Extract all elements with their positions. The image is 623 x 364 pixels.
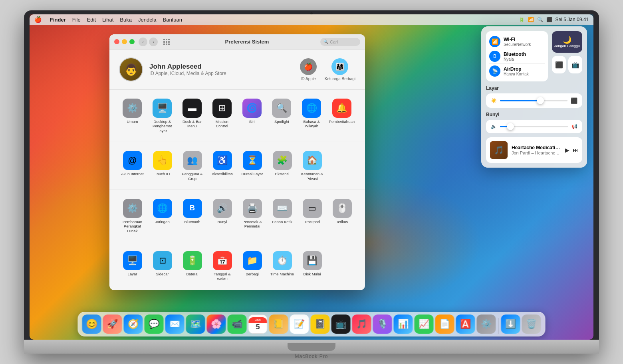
pref-battery[interactable]: 🔋 Baterai: [179, 249, 206, 283]
menu-jendela[interactable]: Jendela: [138, 17, 157, 23]
pref-display[interactable]: 🖥️ Layar: [119, 249, 146, 283]
dock-downloads[interactable]: ⬇️: [501, 315, 520, 334]
pref-spotlight[interactable]: 🔍 Spotlight: [268, 96, 295, 135]
menu-edit[interactable]: Edit: [87, 17, 96, 23]
pref-software-update[interactable]: ⚙️ Pembaruan Perangkat Lunak: [119, 196, 146, 235]
pref-network[interactable]: 🌐 Jaringan: [149, 196, 176, 235]
minimize-button[interactable]: [122, 39, 127, 44]
datetime: Sel 5 Jan 09.41: [556, 17, 589, 22]
volume-low-icon: 🔈: [491, 124, 497, 129]
prefs-grid-row-1: ⚙️ Umum 🖥️ Desktop & Penghemat Layar ▬: [119, 96, 355, 135]
wifi-tile[interactable]: 📶 Wi-Fi SecureNetwork: [489, 34, 545, 49]
pref-users[interactable]: 👥 Pengguna & Grup: [179, 148, 206, 183]
dock-photos[interactable]: 🌸: [207, 315, 226, 334]
bluetooth-tile[interactable]: B Bluetooth Nyala: [489, 49, 545, 63]
pref-sidecar[interactable]: ⊡ Sidecar: [149, 249, 176, 283]
dock-sysprefs[interactable]: ⚙️: [477, 315, 496, 334]
dock-reminders[interactable]: 📝: [290, 315, 309, 334]
dock-safari[interactable]: 🧭: [124, 315, 143, 334]
prefs-grid-row-4: 🖥️ Layar ⊡ Sidecar 🔋 Baterai: [119, 249, 355, 283]
dock-facetime[interactable]: 📹: [228, 315, 247, 334]
pref-dock[interactable]: ▬ Dock & Bar Menu: [179, 96, 206, 135]
menu-buka[interactable]: Buka: [120, 17, 132, 23]
prefs-grid-2: @ Akun Internet 👆 Touch ID 👥 Pengguna & …: [109, 142, 365, 190]
search-icon[interactable]: 🔍: [537, 17, 543, 22]
macbook-outer: 🍎 Finder File Edit Lihat Buka Jendela Ba…: [0, 0, 623, 364]
pref-language[interactable]: 🌐 Bahasa & Wilayah: [298, 96, 325, 135]
screen-mirror-tile[interactable]: ⬛: [552, 56, 566, 73]
pref-internet[interactable]: @ Akun Internet: [119, 148, 146, 183]
jangan-ganggu-tile[interactable]: 🌙 Jangan Ganggu: [552, 31, 582, 53]
app-name: Finder: [50, 17, 66, 23]
menu-bantuan[interactable]: Bantuan: [163, 17, 182, 23]
family-sharing-button[interactable]: 👨‍👩‍👧 Keluarga Berbagi: [325, 58, 355, 81]
dock-separator: [498, 318, 499, 334]
user-icons: 🍎 ID Apple 👨‍👩‍👧 Keluarga Berbagi: [300, 58, 355, 81]
maximize-button[interactable]: [129, 39, 135, 44]
pref-mouse[interactable]: 🖱️ Tetikus: [329, 196, 355, 235]
volume-speaker-icon: 📢: [571, 124, 577, 129]
airdrop-tile[interactable]: 📡 AirDrop Hanya Kontak: [489, 63, 545, 78]
dock-messages[interactable]: 💬: [145, 315, 164, 334]
skip-button[interactable]: ⏭: [573, 147, 578, 153]
pref-sound[interactable]: 🔊 Bunyi: [209, 196, 236, 235]
airdrop-icon: 📡: [489, 65, 500, 77]
pref-touchid[interactable]: 👆 Touch ID: [149, 148, 176, 183]
dock-launchpad[interactable]: 🚀: [103, 315, 122, 334]
pref-mission-control[interactable]: ⊞ Mission Control: [208, 96, 235, 135]
dock-trash[interactable]: 🗑️: [522, 315, 541, 334]
pref-time-machine[interactable]: ⏱️ Time Machine: [269, 249, 296, 283]
dock: 😊 🚀 🧭 💬 ✉️ 🗺️: [78, 312, 546, 336]
menu-lihat[interactable]: Lihat: [102, 17, 113, 23]
search-bar[interactable]: 🔍 Cari: [320, 38, 360, 46]
pref-keyboard[interactable]: ⌨️ Papan Ketik: [269, 196, 296, 235]
display-tile[interactable]: 📺: [568, 56, 582, 73]
menu-file[interactable]: File: [72, 17, 81, 23]
back-button[interactable]: ‹: [139, 38, 147, 46]
pref-trackpad[interactable]: ▭ Trackpad: [299, 196, 325, 235]
prefs-grid-3: ⚙️ Pembaruan Perangkat Lunak 🌐 Jaringan …: [109, 190, 365, 242]
close-button[interactable]: [114, 39, 119, 44]
dock-calendar[interactable]: JAN 5: [248, 315, 268, 334]
pref-desktop[interactable]: 🖥️ Desktop & Penghemat Layar: [149, 96, 176, 135]
pref-sharing[interactable]: 📁 Berbagi: [239, 249, 266, 283]
pref-datetime[interactable]: 📅 Tanggal & Waktu: [209, 249, 236, 283]
pref-siri[interactable]: 🌀 Siri: [238, 96, 265, 135]
apple-id-button[interactable]: 🍎 ID Apple: [300, 58, 317, 81]
pref-umum[interactable]: ⚙️ Umum: [119, 96, 146, 135]
dock-pages[interactable]: 📄: [435, 315, 454, 334]
dock-contacts[interactable]: 📒: [269, 315, 288, 334]
pref-notifications[interactable]: 🔔 Pemberitahuan: [328, 96, 355, 135]
dock-appstore[interactable]: 🅰️: [456, 315, 475, 334]
pref-security[interactable]: 🏠 Keamanan & Privasi: [299, 148, 325, 183]
dock-music[interactable]: 🎵: [352, 315, 371, 334]
np-info: Heartache Medication Jon Pardi – Heartac…: [512, 145, 561, 155]
dock-mail[interactable]: ✉️: [165, 315, 185, 334]
play-button[interactable]: ▶: [565, 147, 569, 153]
dock-appletv[interactable]: 📺: [331, 315, 351, 334]
user-desc: ID Apple, iCloud, Media & App Store: [149, 71, 294, 76]
dock-finder[interactable]: 😊: [82, 315, 101, 334]
window-controls: [114, 39, 135, 44]
pref-extensions[interactable]: 🧩 Ekstensi: [269, 148, 296, 183]
pref-printers[interactable]: 🖨️ Pencetak & Pemindai: [239, 196, 266, 235]
bunyi-slider[interactable]: [500, 126, 568, 127]
dock-notes[interactable]: 📓: [311, 315, 330, 334]
forward-button[interactable]: ›: [149, 38, 158, 46]
pref-screen-time[interactable]: ⏳ Durasi Layar: [239, 148, 266, 183]
dock-keynote[interactable]: 📊: [394, 315, 413, 334]
apple-menu[interactable]: 🍎: [34, 16, 42, 23]
grid-view-button[interactable]: [162, 37, 171, 47]
layar-label: Layar: [486, 85, 582, 91]
prefs-grid-row-3: ⚙️ Pembaruan Perangkat Lunak 🌐 Jaringan …: [119, 196, 355, 235]
pref-bluetooth[interactable]: B Bluetooth: [179, 196, 206, 235]
user-avatar: 👨: [119, 57, 143, 81]
control-center-icon[interactable]: ⬛: [546, 17, 552, 22]
dock-maps[interactable]: 🗺️: [186, 315, 205, 334]
pref-startup-disk[interactable]: 💾 Disk Mulai: [299, 249, 325, 283]
screen-bezel: 🍎 Finder File Edit Lihat Buka Jendela Ba…: [30, 14, 593, 340]
dock-numbers[interactable]: 📈: [415, 315, 434, 334]
layar-slider[interactable]: [500, 100, 567, 101]
pref-accessibility[interactable]: ♿ Aksesibilitas: [209, 148, 236, 183]
dock-podcasts[interactable]: 🎙️: [373, 315, 392, 334]
